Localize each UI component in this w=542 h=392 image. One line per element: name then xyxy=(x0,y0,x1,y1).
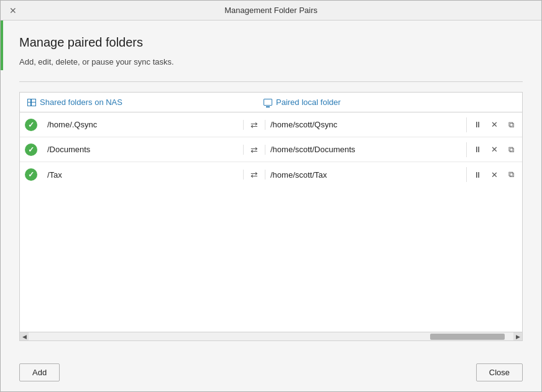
row2-pause-button[interactable]: ⏸ xyxy=(471,142,485,157)
sync-arrows-icon: ⇄ xyxy=(250,145,258,155)
add-button[interactable]: Add xyxy=(19,363,60,381)
status-ok-icon: ✓ xyxy=(25,119,37,131)
table-row: ✓ /home/.Qsync ⇄ /home/scott/Qsync ⏸ ✕ xyxy=(20,112,522,137)
folder-pairs-table: Shared folders on NAS Paired local folde… xyxy=(19,92,523,341)
row3-local-path: /home/scott/Tax xyxy=(265,170,466,180)
row3-delete-button[interactable]: ✕ xyxy=(487,167,502,182)
close-icon: ✕ xyxy=(9,6,17,16)
row2-nas-path: /Documents xyxy=(42,145,243,154)
checkmark-icon: ✓ xyxy=(28,145,34,154)
row3-actions: ⏸ ✕ ⧉ xyxy=(466,167,522,182)
row1-delete-button[interactable]: ✕ xyxy=(487,117,502,132)
window-close-button[interactable]: ✕ xyxy=(7,4,19,17)
checkmark-icon: ✓ xyxy=(28,170,34,179)
row1-status: ✓ xyxy=(20,119,42,131)
delete-icon: ✕ xyxy=(491,170,498,180)
table-header: Shared folders on NAS Paired local folde… xyxy=(20,93,522,112)
table-rows: ✓ /home/.Qsync ⇄ /home/scott/Qsync ⏸ ✕ xyxy=(20,112,522,332)
sync-arrows-icon: ⇄ xyxy=(250,170,258,180)
delete-icon: ✕ xyxy=(491,120,498,129)
nas-header-label: Shared folders on NAS xyxy=(40,98,122,107)
scrollbar-thumb[interactable] xyxy=(430,334,505,340)
row2-delete-button[interactable]: ✕ xyxy=(487,142,502,157)
row2-status: ✓ xyxy=(20,144,42,156)
local-header-label: Paired local folder xyxy=(276,98,341,107)
row1-nas-path: /home/.Qsync xyxy=(42,120,243,129)
horizontal-scrollbar[interactable]: ◀ ▶ xyxy=(20,332,522,340)
edit-icon: ⧉ xyxy=(508,120,514,130)
row3-sync-icon: ⇄ xyxy=(243,170,265,180)
row1-pause-button[interactable]: ⏸ xyxy=(471,117,485,132)
row1-edit-button[interactable]: ⧉ xyxy=(504,117,518,132)
row3-status: ✓ xyxy=(20,168,42,181)
row3-pause-button[interactable]: ⏸ xyxy=(471,167,485,182)
table-row: ✓ /Documents ⇄ /home/scott/Documents ⏸ ✕ xyxy=(20,137,522,162)
pause-icon: ⏸ xyxy=(474,145,482,154)
row2-sync-icon: ⇄ xyxy=(243,145,265,155)
divider xyxy=(19,81,523,82)
page-title: Manage paired folders xyxy=(19,35,523,50)
nas-header: Shared folders on NAS xyxy=(27,98,223,107)
green-accent-bar xyxy=(1,21,3,70)
row2-actions: ⏸ ✕ ⧉ xyxy=(466,142,522,157)
table-row: ✓ /Tax ⇄ /home/scott/Tax ⏸ ✕ xyxy=(20,162,522,187)
scroll-left-button[interactable]: ◀ xyxy=(20,332,29,341)
pause-icon: ⏸ xyxy=(474,120,482,129)
status-ok-icon: ✓ xyxy=(25,168,37,181)
delete-icon: ✕ xyxy=(491,145,498,154)
row3-edit-button[interactable]: ⧉ xyxy=(504,167,518,182)
close-button[interactable]: Close xyxy=(476,363,523,381)
local-header: Paired local folder xyxy=(245,98,459,107)
row1-local-path: /home/scott/Qsync xyxy=(265,120,466,129)
scrollbar-track xyxy=(37,334,505,340)
row1-sync-icon: ⇄ xyxy=(243,120,265,130)
edit-icon: ⧉ xyxy=(508,170,514,180)
window-title: Management Folder Pairs xyxy=(224,6,318,15)
page-subtitle: Add, edit, delete, or pause your sync ta… xyxy=(19,57,523,66)
scroll-right-button[interactable]: ▶ xyxy=(513,332,522,341)
status-ok-icon: ✓ xyxy=(25,144,37,156)
row1-actions: ⏸ ✕ ⧉ xyxy=(466,117,522,132)
table-icon xyxy=(27,99,36,106)
edit-icon: ⧉ xyxy=(508,145,514,155)
row2-local-path: /home/scott/Documents xyxy=(265,145,466,154)
main-window: ✕ Management Folder Pairs Manage paired … xyxy=(0,0,542,392)
monitor-icon xyxy=(264,99,272,106)
titlebar: ✕ Management Folder Pairs xyxy=(1,1,541,21)
row2-edit-button[interactable]: ⧉ xyxy=(504,142,518,157)
checkmark-icon: ✓ xyxy=(28,121,34,129)
sync-arrows-icon: ⇄ xyxy=(250,120,258,130)
pause-icon: ⏸ xyxy=(474,170,482,180)
bottom-actions: Add Close xyxy=(1,353,541,391)
main-content: Manage paired folders Add, edit, delete,… xyxy=(1,21,541,353)
row3-nas-path: /Tax xyxy=(42,170,243,180)
